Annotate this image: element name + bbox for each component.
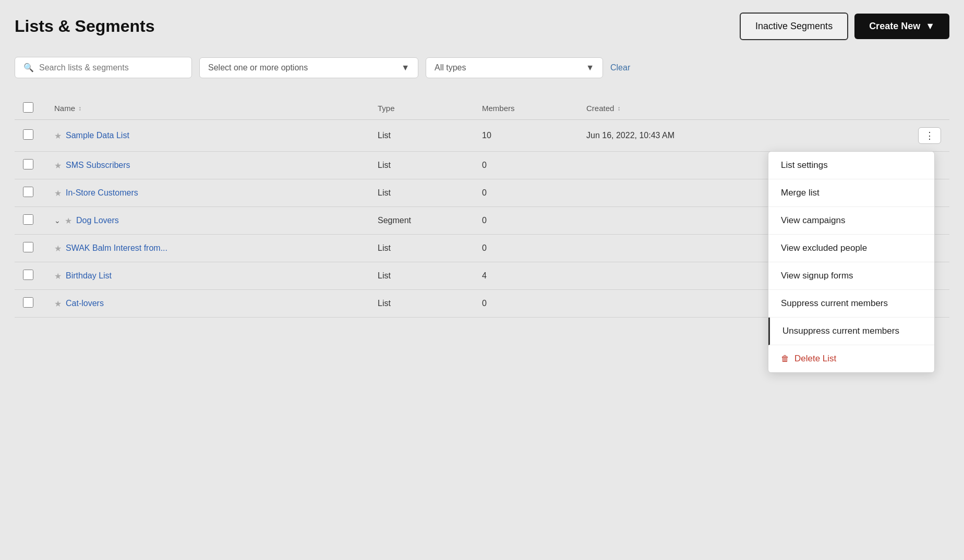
row-3-type: List [378,188,482,198]
table-container: Name ↕ Type Members Created ↕ ★ Sample D… [15,97,949,318]
row-5-name-link[interactable]: SWAK Balm Interest from... [66,244,167,253]
filter-bar: 🔍 Select one or more options ▼ All types… [15,57,949,78]
row-5-checkbox[interactable] [23,242,33,252]
options-dropdown[interactable]: Select one or more options ▼ [199,57,418,78]
row-checkbox-cell [23,214,54,227]
page-title: Lists & Segments [15,17,155,36]
search-wrap: 🔍 [15,57,192,78]
row-1-star-icon[interactable]: ★ [54,131,62,141]
header-type: Type [378,104,482,113]
options-dropdown-label: Select one or more options [208,63,308,72]
row-7-name-cell: ★ Cat-lovers [54,299,378,309]
menu-item-view-excluded[interactable]: View excluded people [768,235,934,262]
row-6-name-link[interactable]: Birthday List [66,271,112,281]
row-1-kebab-button[interactable]: ⋮ [918,127,941,144]
menu-item-suppress-members[interactable]: Suppress current members [768,290,934,318]
row-6-name-cell: ★ Birthday List [54,271,378,281]
row-checkbox-cell [23,242,54,254]
row-7-type: List [378,299,482,308]
header-members: Members [482,104,586,113]
name-sort-icon[interactable]: ↕ [78,105,81,112]
row-checkbox-cell [23,270,54,282]
row-1-checkbox[interactable] [23,129,33,140]
context-menu: List settings Merge list View campaigns … [768,151,935,373]
select-all-checkbox[interactable] [23,102,33,113]
type-dropdown[interactable]: All types ▼ [426,57,603,78]
page-header: Lists & Segments Inactive Segments Creat… [15,13,949,40]
row-2-type: List [378,161,482,170]
create-new-button[interactable]: Create New ▼ [854,14,949,39]
row-2-name-link[interactable]: SMS Subscribers [66,161,130,170]
options-chevron-icon: ▼ [401,63,409,72]
row-1-name-link[interactable]: Sample Data List [66,131,129,140]
row-7-star-icon[interactable]: ★ [54,299,62,309]
row-4-checkbox[interactable] [23,214,33,225]
row-1-type: List [378,131,482,140]
row-1-created: Jun 16, 2022, 10:43 AM [586,131,910,140]
row-3-star-icon[interactable]: ★ [54,188,62,198]
row-2-members: 0 [482,161,586,170]
header-checkbox-cell [23,102,54,114]
menu-item-view-campaigns[interactable]: View campaigns [768,207,934,235]
search-icon: 🔍 [23,63,34,72]
row-6-members: 4 [482,271,586,281]
row-3-checkbox[interactable] [23,187,33,197]
row-4-members: 0 [482,216,586,225]
row-checkbox-cell [23,297,54,310]
row-3-name-cell: ★ In-Store Customers [54,188,378,198]
row-1-actions: ⋮ [910,127,941,144]
row-5-name-cell: ★ SWAK Balm Interest from... [54,244,378,253]
row-checkbox-cell [23,187,54,199]
row-5-members: 0 [482,244,586,253]
row-checkbox-cell [23,159,54,172]
row-1-members: 10 [482,131,586,140]
row-4-type: Segment [378,216,482,225]
menu-item-merge-list[interactable]: Merge list [768,179,934,207]
row-5-type: List [378,244,482,253]
inactive-segments-button[interactable]: Inactive Segments [740,13,848,40]
created-sort-icon[interactable]: ↕ [617,105,620,112]
clear-button[interactable]: Clear [610,63,630,72]
row-checkbox-cell [23,129,54,142]
menu-item-view-signup[interactable]: View signup forms [768,262,934,290]
row-4-star-icon[interactable]: ★ [65,216,72,226]
row-6-checkbox[interactable] [23,270,33,280]
row-7-checkbox[interactable] [23,297,33,308]
table-row: ★ Sample Data List List 10 Jun 16, 2022,… [15,120,949,152]
row-4-expand-icon[interactable]: ⌄ [54,216,61,225]
type-dropdown-label: All types [435,63,466,72]
row-6-star-icon[interactable]: ★ [54,271,62,281]
header-name: Name ↕ [54,104,378,113]
page-container: Lists & Segments Inactive Segments Creat… [0,0,964,330]
row-7-members: 0 [482,299,586,308]
row-4-name-cell: ⌄ ★ Dog Lovers [54,216,378,226]
row-2-name-cell: ★ SMS Subscribers [54,161,378,171]
header-created: Created ↕ [586,104,910,113]
menu-item-unsuppress-members[interactable]: Unsuppress current members [768,318,934,345]
header-actions: Inactive Segments Create New ▼ [740,13,949,40]
menu-item-delete-list[interactable]: 🗑 Delete List [768,345,934,372]
row-3-members: 0 [482,188,586,198]
row-5-star-icon[interactable]: ★ [54,244,62,253]
table-header: Name ↕ Type Members Created ↕ [15,97,949,120]
delete-icon: 🗑 [781,354,789,363]
row-6-type: List [378,271,482,281]
search-input[interactable] [39,63,183,72]
row-2-star-icon[interactable]: ★ [54,161,62,171]
menu-item-list-settings[interactable]: List settings [768,152,934,179]
row-3-name-link[interactable]: In-Store Customers [66,188,138,198]
type-chevron-icon: ▼ [586,63,594,72]
row-7-name-link[interactable]: Cat-lovers [66,299,104,308]
create-new-chevron-icon: ▼ [925,21,935,32]
row-4-name-link[interactable]: Dog Lovers [76,216,119,225]
row-2-checkbox[interactable] [23,159,33,169]
create-new-label: Create New [869,21,920,32]
row-1-name-cell: ★ Sample Data List [54,131,378,141]
